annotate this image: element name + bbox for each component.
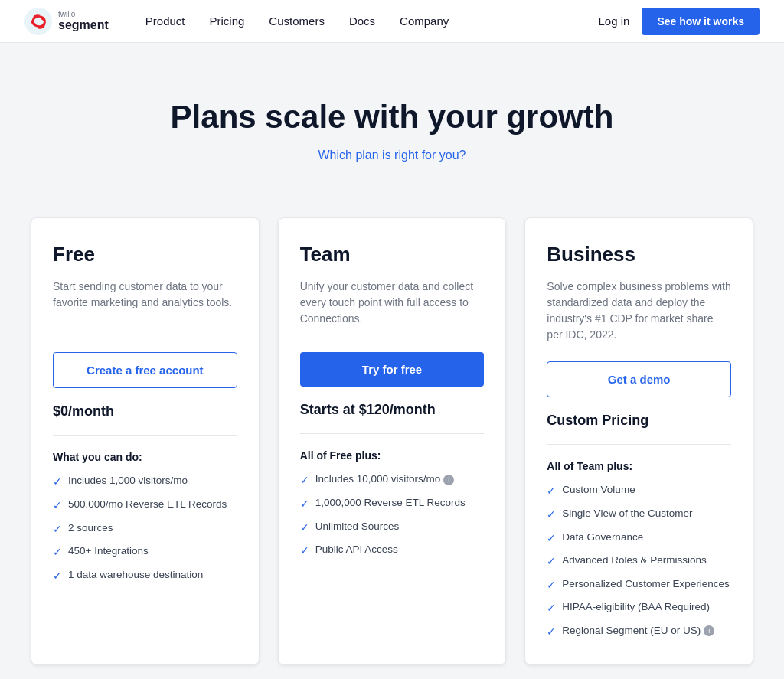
twilio-segment-logo-icon bbox=[24, 8, 52, 35]
feature-item: ✓ Regional Segment (EU or US)i bbox=[547, 624, 731, 640]
check-icon: ✓ bbox=[547, 484, 556, 499]
plan-card-business: Business Solve complex business problems… bbox=[524, 217, 753, 664]
feature-item: ✓ Includes 10,000 visitors/moi bbox=[300, 472, 485, 488]
features-label-free: What you can do: bbox=[53, 451, 237, 463]
check-icon: ✓ bbox=[53, 498, 62, 514]
see-how-it-works-button[interactable]: See how it works bbox=[642, 8, 760, 35]
check-icon: ✓ bbox=[53, 475, 62, 490]
plan-price-business: Custom Pricing bbox=[547, 413, 731, 445]
check-icon: ✓ bbox=[53, 569, 62, 584]
feature-text: Public API Access bbox=[315, 543, 398, 557]
feature-item: ✓ Personalized Customer Experiences bbox=[547, 577, 731, 593]
nav-pricing[interactable]: Pricing bbox=[210, 15, 245, 28]
plan-card-team: Team Unify your customer data and collec… bbox=[278, 217, 507, 664]
feature-item: ✓ Single View of the Customer bbox=[547, 507, 731, 523]
check-icon: ✓ bbox=[547, 625, 556, 640]
hero-section: Plans scale with your growth Which plan … bbox=[0, 43, 784, 199]
plan-price-team: Starts at $120/month bbox=[300, 402, 485, 434]
pricing-section: Free Start sending customer data to your… bbox=[0, 199, 784, 679]
plan-description-team: Unify your customer data and collect eve… bbox=[300, 279, 485, 334]
plan-name-business: Business bbox=[547, 243, 731, 266]
feature-item: ✓ 1,000,000 Reverse ETL Records bbox=[300, 496, 485, 512]
svg-point-0 bbox=[24, 8, 52, 35]
feature-text: Unlimited Sources bbox=[315, 520, 400, 534]
feature-text: Regional Segment (EU or US)i bbox=[562, 624, 714, 638]
features-label-business: All of Team plus: bbox=[547, 460, 731, 472]
info-icon[interactable]: i bbox=[704, 625, 714, 636]
check-icon: ✓ bbox=[300, 544, 309, 559]
logo[interactable]: twilio segment bbox=[24, 8, 109, 35]
feature-text: HIPAA-eligibility (BAA Required) bbox=[562, 600, 710, 615]
check-icon: ✓ bbox=[547, 554, 556, 570]
check-icon: ✓ bbox=[547, 578, 556, 593]
nav-docs[interactable]: Docs bbox=[349, 15, 375, 28]
plan-description-free: Start sending customer data to your favo… bbox=[53, 279, 237, 334]
feature-item: ✓ Unlimited Sources bbox=[300, 520, 485, 536]
feature-text: 500,000/mo Reverse ETL Records bbox=[68, 498, 227, 512]
hero-subtitle[interactable]: Which plan is right for you? bbox=[24, 149, 760, 162]
check-icon: ✓ bbox=[547, 531, 556, 547]
logo-top-text: twilio bbox=[58, 10, 109, 18]
feature-text: Single View of the Customer bbox=[562, 507, 692, 521]
info-icon[interactable]: i bbox=[443, 475, 454, 485]
nav-customers[interactable]: Customers bbox=[269, 15, 325, 28]
feature-item: ✓ Advanced Roles & Permissions bbox=[547, 553, 731, 570]
check-icon: ✓ bbox=[547, 601, 556, 616]
navbar: twilio segment Product Pricing Customers… bbox=[0, 0, 784, 43]
check-icon: ✓ bbox=[300, 497, 309, 512]
feature-text: Data Governance bbox=[562, 530, 643, 545]
plan-cta-business[interactable]: Get a demo bbox=[547, 361, 731, 397]
nav-company[interactable]: Company bbox=[400, 15, 449, 28]
feature-item: ✓ Custom Volume bbox=[547, 483, 731, 499]
feature-list-business: ✓ Custom Volume ✓ Single View of the Cus… bbox=[547, 483, 731, 639]
hero-title: Plans scale with your growth bbox=[24, 98, 760, 136]
feature-list-free: ✓ Includes 1,000 visitors/mo ✓ 500,000/m… bbox=[53, 474, 237, 583]
plan-name-team: Team bbox=[300, 243, 485, 266]
feature-list-team: ✓ Includes 10,000 visitors/moi ✓ 1,000,0… bbox=[300, 472, 485, 558]
feature-item: ✓ Data Governance bbox=[547, 530, 731, 547]
feature-text: 1,000,000 Reverse ETL Records bbox=[315, 496, 466, 511]
check-icon: ✓ bbox=[300, 473, 309, 488]
check-icon: ✓ bbox=[53, 545, 62, 560]
feature-text: Custom Volume bbox=[562, 483, 635, 498]
plan-card-free: Free Start sending customer data to your… bbox=[31, 217, 260, 664]
feature-text: 1 data warehouse destination bbox=[68, 568, 203, 583]
feature-text: Personalized Customer Experiences bbox=[562, 577, 729, 592]
feature-text: Includes 1,000 visitors/mo bbox=[68, 474, 188, 488]
features-label-team: All of Free plus: bbox=[300, 449, 485, 462]
plan-cta-team[interactable]: Try for free bbox=[300, 352, 485, 387]
nav-links: Product Pricing Customers Docs Company bbox=[145, 15, 599, 28]
feature-item: ✓ Includes 1,000 visitors/mo bbox=[53, 474, 237, 490]
feature-text: 450+ Integrations bbox=[68, 544, 149, 559]
plan-name-free: Free bbox=[53, 243, 237, 266]
check-icon: ✓ bbox=[547, 508, 556, 523]
feature-item: ✓ HIPAA-eligibility (BAA Required) bbox=[547, 600, 731, 616]
feature-text: Advanced Roles & Permissions bbox=[562, 553, 706, 568]
feature-item: ✓ Public API Access bbox=[300, 543, 485, 559]
check-icon: ✓ bbox=[300, 521, 309, 536]
feature-text: 2 sources bbox=[68, 521, 113, 536]
feature-item: ✓ 450+ Integrations bbox=[53, 544, 237, 560]
feature-item: ✓ 1 data warehouse destination bbox=[53, 568, 237, 584]
nav-product[interactable]: Product bbox=[145, 15, 185, 28]
feature-item: ✓ 500,000/mo Reverse ETL Records bbox=[53, 498, 237, 514]
logo-bottom-text: segment bbox=[58, 18, 109, 32]
feature-text: Includes 10,000 visitors/moi bbox=[315, 472, 455, 487]
plan-price-free: $0/month bbox=[53, 403, 237, 436]
plan-description-business: Solve complex business problems with sta… bbox=[547, 279, 731, 343]
nav-actions: Log in See how it works bbox=[599, 8, 760, 35]
plan-cta-free[interactable]: Create a free account bbox=[53, 352, 237, 388]
login-link[interactable]: Log in bbox=[599, 15, 630, 28]
check-icon: ✓ bbox=[53, 522, 62, 537]
feature-item: ✓ 2 sources bbox=[53, 521, 237, 537]
